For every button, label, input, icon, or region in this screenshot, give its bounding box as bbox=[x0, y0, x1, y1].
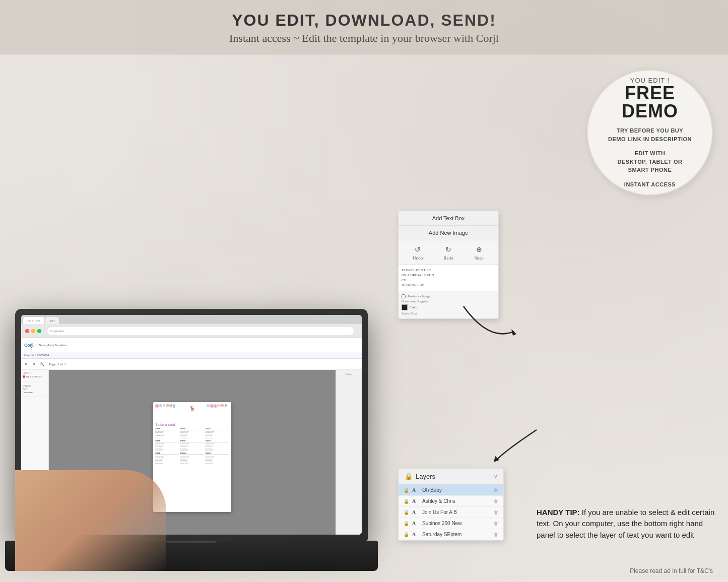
tool-zoom[interactable]: 🔍 bbox=[38, 362, 46, 367]
layer-type-4: A bbox=[412, 521, 419, 526]
left-panel-original[interactable]: Original bbox=[23, 384, 47, 387]
table-3-label: TABLE 3 bbox=[205, 428, 229, 430]
right-section: YOU EDIT ! FREE DEMO TRY BEFORE YOU BUY … bbox=[393, 54, 728, 581]
layers-panel: 🔒 Layers ∨ 🔒 A Oh Baby 🗑 🔒 A Ashley & Ch… bbox=[398, 468, 504, 541]
snap-tool[interactable]: ⊕ Snap bbox=[473, 244, 485, 261]
table-2-label: TABLE 2 bbox=[180, 428, 205, 430]
corjl-order-bar: Order Id: 1509758194 bbox=[21, 352, 362, 359]
table-9-label: TABLE 9 bbox=[205, 452, 229, 455]
redo-tool[interactable]: ↻ Redo bbox=[442, 244, 454, 261]
table-7: TABLE 7 SAMANTHA JONESCARRIE BRAXTONJASO… bbox=[155, 452, 179, 464]
laptop-section: Tab 1 - Corjl Tab 2 corjl.com Corjl. bbox=[0, 54, 393, 581]
floral-dot-5 bbox=[170, 404, 173, 407]
browser-chrome: corjl.com bbox=[21, 324, 362, 338]
corjl-app-bar: Corjl. | NoorayPartyTemplates bbox=[21, 338, 362, 352]
left-panel-field-title: Field 1 bbox=[23, 372, 47, 374]
font-select-label[interactable]: Garamond Regular bbox=[402, 299, 428, 303]
table-3-names: SAMANTHA JONESMIKE BRAXTONCARRIE BRAXTON… bbox=[205, 431, 229, 439]
layer-name-join-us: Join Us For A B bbox=[422, 509, 491, 515]
floral-right bbox=[207, 404, 229, 408]
undo-tool[interactable]: ↺ Undo bbox=[412, 244, 424, 261]
handy-tip-label: HANDY TIP: bbox=[537, 508, 580, 516]
browser-close-dot bbox=[25, 329, 29, 333]
layer-lock-4: 🔒 bbox=[404, 521, 409, 526]
preview-text: PLEASE JOIN US F OR A BRIDAL BRUN CH IN … bbox=[402, 268, 495, 288]
tool-redo[interactable]: ↻ bbox=[31, 362, 37, 367]
snap-icon: ⊕ bbox=[473, 244, 485, 254]
layers-chevron-icon: ∨ bbox=[494, 474, 497, 479]
left-panel-save[interactable]: Save bbox=[23, 387, 47, 390]
layer-name-oh-baby: Oh Baby bbox=[422, 487, 491, 493]
free-demo-title: FREE DEMO bbox=[598, 84, 702, 120]
free-demo-line1: TRY BEFORE YOU BUY bbox=[617, 126, 683, 135]
layer-delete-3[interactable]: 🗑 bbox=[494, 510, 498, 515]
tool-undo[interactable]: ↺ bbox=[23, 362, 29, 367]
layer-item-oh-baby[interactable]: 🔒 A Oh Baby 🗑 bbox=[399, 485, 503, 496]
table-9-names: SAMANTHA JONESCARRIE BRAXTONJASON DTLERT… bbox=[205, 456, 229, 464]
layer-delete-1[interactable]: 🗑 bbox=[494, 488, 498, 493]
svg-marker-0 bbox=[511, 329, 516, 336]
browser-tab-2[interactable]: Tab 2 bbox=[45, 317, 59, 324]
free-demo-line5: SMART PHONE bbox=[628, 166, 672, 174]
layer-lock-1: 🔒 bbox=[404, 488, 409, 493]
floral-dot-10 bbox=[217, 404, 220, 407]
layers-title: 🔒 Layers bbox=[405, 473, 435, 480]
layer-item-supinos[interactable]: 🔒 A Supinos 250 New 🗑 bbox=[399, 518, 503, 529]
table-5: TABLE 5 SAMANTHA JONESCARRIE BRAXTONJASO… bbox=[180, 440, 205, 451]
layer-lock-3: 🔒 bbox=[404, 510, 409, 515]
style-label: Style: Text bbox=[402, 311, 417, 315]
incomplete-label: INCOMPLETE bbox=[26, 375, 42, 378]
floral-dot-9 bbox=[214, 404, 217, 408]
layer-item-join-us[interactable]: 🔒 A Join Us For A B 🗑 bbox=[399, 507, 503, 518]
lock-icon-header: 🔒 bbox=[405, 473, 413, 480]
layer-delete-4[interactable]: 🗑 bbox=[494, 521, 498, 526]
browser-tabs: Tab 1 - Corjl Tab 2 bbox=[21, 315, 362, 324]
resize-label: Resize as Image bbox=[408, 294, 430, 298]
floral-dot-1 bbox=[155, 404, 159, 408]
floral-left bbox=[155, 404, 178, 408]
table-8-label: TABLE 8 bbox=[180, 452, 205, 455]
left-panel-item-incomplete: INCOMPLETE bbox=[23, 375, 47, 378]
main-area: Tab 1 - Corjl Tab 2 corjl.com Corjl. bbox=[0, 54, 728, 581]
add-new-image-btn[interactable]: Add New Image bbox=[399, 226, 498, 240]
main-title: YOU EDIT, DOWNLOAD, SEND! bbox=[10, 11, 718, 30]
floral-dot-7 bbox=[207, 404, 210, 407]
table-7-label: TABLE 7 bbox=[155, 452, 179, 455]
color-label: Color bbox=[410, 305, 418, 309]
corjl-logo: Corjl. bbox=[24, 343, 34, 348]
handy-tip: HANDY TIP: If you are unable to select &… bbox=[537, 507, 718, 541]
floral-dot-3 bbox=[163, 404, 165, 407]
table-5-names: SAMANTHA JONESCARRIE BRAXTONJASON DTLERT… bbox=[180, 443, 205, 451]
browser-tab-active[interactable]: Tab 1 - Corjl bbox=[23, 317, 44, 324]
layer-item-saturday[interactable]: 🔒 A Saturday SEptem 🗑 bbox=[399, 529, 503, 540]
layers-header[interactable]: 🔒 Layers ∨ bbox=[399, 469, 503, 485]
color-box[interactable] bbox=[402, 304, 408, 310]
table-2: TABLE 2 SAMANTHA JONESMIKE BRAXTONCARRIE… bbox=[180, 428, 205, 439]
layer-name-saturday: Saturday SEptem bbox=[422, 532, 491, 537]
subtitle: Instant access ~ Edit the template in yo… bbox=[10, 32, 718, 45]
add-text-box-btn[interactable]: Add Text Box bbox=[399, 211, 498, 226]
layer-delete-2[interactable]: 🗑 bbox=[494, 499, 498, 504]
left-panel-download[interactable]: Download bbox=[23, 391, 47, 394]
table-1-label: TABLE 1 bbox=[155, 428, 179, 430]
layer-delete-5[interactable]: 🗑 bbox=[494, 532, 498, 537]
bottom-note-text: Please read ad in full for T&C's bbox=[630, 567, 713, 574]
table-4-label: TABLE 4 bbox=[155, 440, 179, 442]
right-panel-label: Orders bbox=[338, 371, 360, 377]
layer-item-ashley-chris[interactable]: 🔒 A Ashley & Chris 🗑 bbox=[399, 496, 503, 507]
table-1: TABLE 1 SAMANTHA JONESMIKE BRAXTONJASON … bbox=[155, 428, 179, 439]
floral-dot-8 bbox=[210, 404, 214, 408]
floral-dot-11 bbox=[220, 404, 224, 407]
free-demo-line4: DESKTOP, TABLET OR bbox=[618, 158, 683, 166]
layer-lock-5: 🔒 bbox=[404, 532, 409, 537]
free-demo-circle: YOU EDIT ! FREE DEMO TRY BEFORE YOU BUY … bbox=[587, 70, 713, 196]
snap-label: Snap bbox=[475, 255, 484, 261]
layers-title-text: Layers bbox=[416, 473, 435, 480]
browser-address-bar[interactable]: corjl.com bbox=[47, 327, 354, 335]
table-4-names: SAMANTHA JONESCARRIE BRAXTONJASON DTLERT… bbox=[155, 443, 179, 451]
top-banner: YOU EDIT, DOWNLOAD, SEND! Instant access… bbox=[0, 0, 728, 54]
resize-checkbox[interactable] bbox=[402, 294, 406, 298]
table-6: TABLE 6 SAMANTHA JONESCARRIE BRAXTONJASO… bbox=[205, 440, 229, 451]
seating-card-title-text: Take a seat bbox=[155, 422, 229, 427]
undo-icon: ↺ bbox=[412, 244, 424, 254]
